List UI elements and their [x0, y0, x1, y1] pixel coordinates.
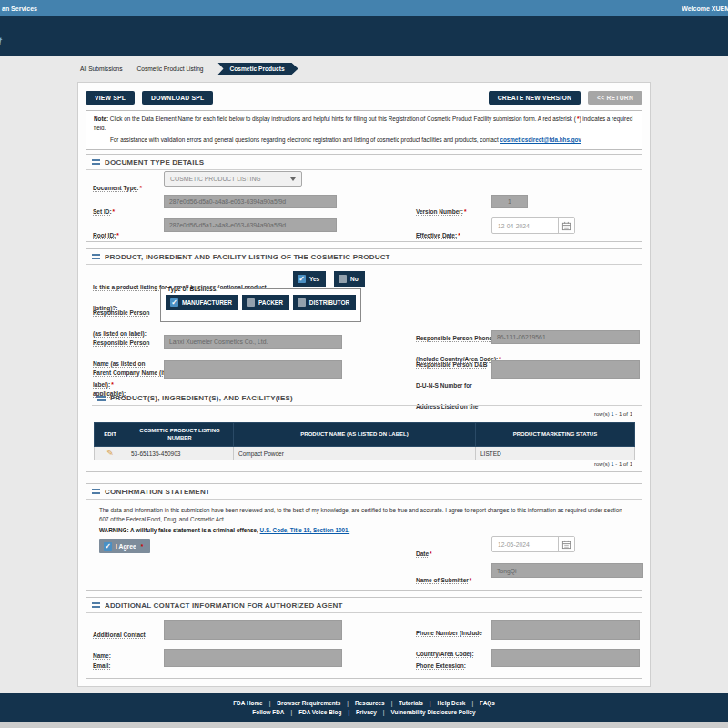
breadcrumb-cosmetic-products-active[interactable]: Cosmetic Products: [217, 63, 298, 75]
set-id-label[interactable]: Set ID:: [93, 208, 112, 215]
required-asterisk: *: [141, 543, 144, 550]
manufacturer-label: MANUFACTURER: [182, 299, 232, 306]
rp-duns-field: [491, 360, 640, 379]
note-body: Click on the Data Element Name for each …: [108, 116, 576, 122]
i-agree-button[interactable]: I Agree *: [99, 539, 150, 553]
small-business-yes-button[interactable]: Yes: [293, 271, 326, 287]
check-icon: [170, 298, 178, 307]
date-input[interactable]: 12-05-2024: [492, 537, 558, 551]
footer-link-vulnerability-disclosure[interactable]: Vulnerability Disclosure Policy: [390, 709, 475, 715]
footer-link-fda-home[interactable]: FDA Home: [233, 700, 262, 706]
download-spl-button[interactable]: DOWNLOAD SPL: [142, 91, 213, 105]
root-id-label[interactable]: Root ID:: [93, 232, 116, 238]
section-collapse-icon[interactable]: [92, 254, 100, 259]
document-type-details-section: DOCUMENT TYPE DETAILS Document Type:* CO…: [86, 154, 642, 242]
section-collapse-icon[interactable]: [92, 489, 100, 494]
footer-separator: |: [269, 700, 271, 706]
footer-separator: |: [348, 709, 349, 715]
check-icon: [298, 275, 306, 283]
document-type-select[interactable]: COSMETIC PRODUCT LISTING: [164, 171, 302, 187]
section-collapse-icon[interactable]: [92, 602, 100, 608]
view-spl-button[interactable]: VIEW SPL: [86, 91, 135, 105]
additional-section-header: ADDITIONAL CONTACT INFORMATION FOR AUTHO…: [86, 598, 642, 613]
listing-number-cell: 53-651135-450903: [126, 447, 234, 460]
rp-phone-field: 86-131-06219561: [491, 330, 640, 344]
checkbox-empty-icon: [247, 298, 255, 307]
email-label[interactable]: Email:: [93, 662, 111, 669]
additional-contact-name-field: [164, 620, 342, 640]
row-count-top: row(s) 1 - 1 of 1: [594, 411, 632, 417]
bottom-strip: [0, 722, 728, 728]
section-title: CONFIRMATION STATEMENT: [105, 488, 210, 496]
footer-link-faqs[interactable]: FAQs: [480, 700, 495, 706]
section-title: PRODUCT, INGREDIENT AND FACILITY LISTING…: [105, 253, 390, 261]
required-asterisk: *: [430, 551, 432, 557]
contact-email-link[interactable]: cosmeticsdirect@fda.hhs.gov: [500, 136, 581, 143]
phone-extension-label[interactable]: Phone Extension:: [416, 662, 466, 669]
product-name-cell: Compact Powder: [234, 447, 476, 460]
product-ingredient-facility-section: PRODUCT, INGREDIENT AND FACILITY LISTING…: [86, 248, 642, 472]
footer-separator: |: [347, 700, 349, 706]
footer-link-help-desk[interactable]: Help Desk: [438, 700, 466, 706]
us-code-link[interactable]: U.S. Code, Title 18, Section 1001.: [260, 527, 350, 533]
listing-number-column-header: COSMETIC PRODUCT LISTING NUMBER: [126, 423, 234, 447]
name-of-submitter-label[interactable]: Name of Submitter: [416, 577, 469, 583]
business-type-buttons: MANUFACTURER PACKER DISTRIBUTOR: [166, 295, 356, 310]
calendar-icon[interactable]: [558, 537, 574, 551]
table-row: ✎ 53-651135-450903 Compact Powder LISTED: [95, 447, 635, 460]
required-asterisk: *: [116, 232, 119, 238]
form-card: VIEW SPL DOWNLOAD SPL CREATE NEW VERSION…: [77, 82, 651, 687]
subsection-title: PRODUCT(S), INGREDIENT(S), AND FACILITY(…: [110, 394, 293, 402]
marketing-status-column-header: PRODUCT MARKETING STATUS: [476, 423, 635, 447]
small-business-no-button[interactable]: No: [334, 271, 365, 287]
document-type-label[interactable]: Document Type:: [93, 185, 138, 191]
table-header-row: EDIT COSMETIC PRODUCT LISTING NUMBER PRO…: [95, 423, 635, 447]
return-button[interactable]: << RETURN: [588, 91, 642, 105]
effective-date-label[interactable]: Effective Date:: [416, 232, 457, 238]
footer-separator: |: [430, 700, 431, 706]
section-collapse-icon[interactable]: [92, 159, 100, 165]
footer-link-privacy[interactable]: Privacy: [356, 709, 377, 715]
app-header-band: t: [0, 16, 728, 56]
product-listing-table: EDIT COSMETIC PRODUCT LISTING NUMBER PRO…: [94, 422, 635, 460]
version-number-field: 1: [491, 195, 528, 208]
chevron-down-icon: [290, 177, 296, 181]
footer-links-row-1: FDA Home| Browser Requirements| Resource…: [0, 700, 728, 706]
footer-separator: |: [471, 700, 473, 706]
business-type-manufacturer[interactable]: MANUFACTURER: [166, 295, 238, 310]
top-gov-bar: an Services Welcome XUEM: [0, 0, 728, 16]
effective-date-input[interactable]: 12-04-2024: [492, 218, 558, 233]
effective-date-wrapper: 12-04-2024: [491, 217, 575, 234]
required-asterisk: *: [113, 208, 116, 215]
create-new-version-button[interactable]: CREATE NEW VERSION: [489, 91, 581, 105]
edit-pencil-icon[interactable]: ✎: [106, 449, 114, 458]
phone-extension-field: [491, 649, 640, 667]
checkbox-empty-icon: [339, 275, 347, 283]
checkbox-empty-icon: [298, 298, 306, 307]
confirmation-statement-section: CONFIRMATION STATEMENT The data and info…: [86, 483, 642, 591]
gov-bar-left-text: an Services: [2, 5, 37, 12]
breadcrumb-all-submissions[interactable]: All Submissions: [80, 66, 123, 72]
footer-link-resources[interactable]: Resources: [355, 700, 385, 706]
calendar-icon[interactable]: [558, 218, 574, 233]
warning-body: WARNING: A willfully false statement is …: [99, 527, 260, 533]
required-asterisk: *: [470, 577, 472, 583]
footer-link-browser-requirements[interactable]: Browser Requirements: [277, 700, 340, 706]
footer-link-fda-voice-blog[interactable]: FDA Voice Blog: [298, 709, 341, 715]
packer-label: PACKER: [258, 299, 283, 306]
business-type-packer[interactable]: PACKER: [242, 295, 289, 310]
breadcrumb-cosmetic-product-listing[interactable]: Cosmetic Product Listing: [137, 66, 204, 72]
footer-link-follow-fda[interactable]: Follow FDA: [252, 709, 284, 715]
footer-link-tutorials[interactable]: Tutorials: [399, 700, 423, 706]
email-field: [164, 649, 342, 667]
date-label[interactable]: Date: [416, 551, 429, 557]
business-type-distributor[interactable]: DISTRIBUTOR: [293, 295, 356, 310]
listing-subsection-header: PRODUCT(S), INGREDIENT(S), AND FACILITY(…: [92, 391, 642, 406]
footer-separator: |: [383, 709, 385, 715]
section-collapse-icon[interactable]: [97, 396, 106, 401]
breadcrumb: All Submissions Cosmetic Product Listing…: [80, 63, 298, 75]
version-number-label[interactable]: Version Number:: [416, 208, 463, 215]
row-count-bottom: row(s) 1 - 1 of 1: [594, 461, 632, 467]
product-section-header: PRODUCT, INGREDIENT AND FACILITY LISTING…: [86, 249, 642, 265]
distributor-label: DISTRIBUTOR: [309, 299, 349, 306]
